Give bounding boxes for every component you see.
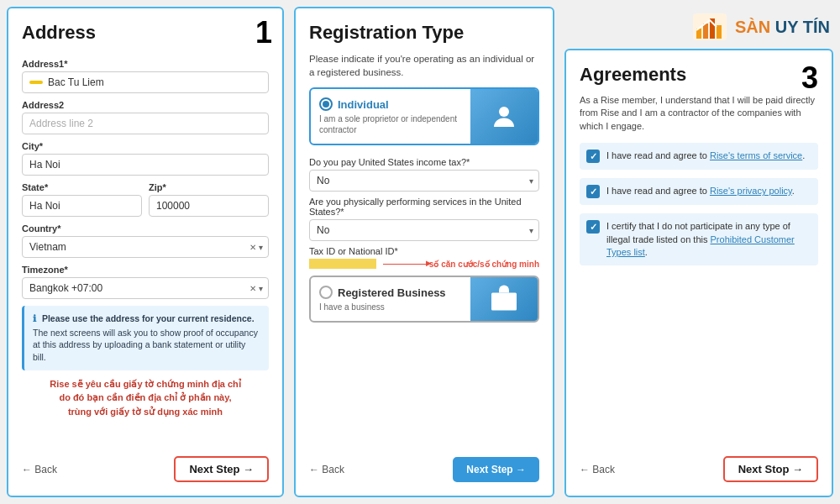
agreement-item-1: I have read and agree to Rise's terms of… bbox=[580, 143, 818, 170]
terms-link[interactable]: Rise's terms of service bbox=[710, 150, 802, 160]
individual-desc: I am a sole proprietor or independent co… bbox=[319, 113, 462, 135]
individual-radio[interactable] bbox=[319, 97, 333, 111]
address2-label: Address2 bbox=[22, 100, 269, 110]
agreement-checkbox-1[interactable] bbox=[586, 150, 600, 163]
country-select-wrapper: Vietnam ✕ ▾ bbox=[22, 236, 269, 258]
address-panel-title: Address bbox=[22, 22, 269, 44]
individual-option-content: Individual I am a sole proprietor or ind… bbox=[311, 89, 470, 144]
logo-icon bbox=[691, 12, 728, 42]
agreements-desc: As a Rise member, I understand that I wi… bbox=[580, 94, 818, 133]
tax-id-arrow-label: số căn cước/số chứng minh bbox=[383, 260, 539, 269]
logo-uy-tin: UY TÍN bbox=[770, 18, 830, 36]
agreement-text-1: I have read and agree to Rise's terms of… bbox=[606, 150, 805, 162]
income-tax-select-wrapper: NoYes ▾ bbox=[309, 170, 539, 192]
physical-services-select-wrapper: NoYes ▾ bbox=[309, 219, 539, 241]
svg-rect-7 bbox=[717, 25, 722, 39]
panel1-nav: ← Back Next Step → bbox=[22, 448, 269, 482]
physical-services-label: Are you physically performing services i… bbox=[309, 197, 539, 217]
info-box-body: The next screens will ask you to show pr… bbox=[33, 327, 260, 364]
tax-id-input[interactable] bbox=[309, 259, 376, 269]
tax-id-label: Tax ID or National ID* bbox=[309, 246, 539, 256]
address2-input[interactable] bbox=[22, 113, 269, 134]
svg-rect-2 bbox=[501, 298, 507, 302]
panel1-next-button[interactable]: Next Step → bbox=[174, 456, 269, 482]
registration-panel: Registration Type Please indicate if you… bbox=[294, 7, 554, 497]
address1-label: Address1* bbox=[22, 59, 269, 69]
address1-field[interactable]: Bac Tu Liem bbox=[22, 71, 269, 93]
agreements-panel-title: Agreements bbox=[580, 64, 818, 86]
state-label: State* bbox=[22, 182, 142, 192]
right-side: SÀN UY TÍN Agreements 3 As a Rise member… bbox=[564, 7, 833, 497]
svg-point-0 bbox=[499, 107, 509, 117]
info-box-title: ℹ Please use the address for your curren… bbox=[33, 312, 260, 325]
address1-value: Bac Tu Liem bbox=[48, 76, 104, 88]
zip-input[interactable] bbox=[149, 195, 269, 217]
address1-badge bbox=[29, 81, 43, 84]
registration-panel-title: Registration Type bbox=[309, 22, 539, 44]
income-tax-label: Do you pay United States income tax?* bbox=[309, 157, 539, 167]
logo-area: SÀN UY TÍN bbox=[564, 7, 833, 49]
panel1-back-button[interactable]: ← Back bbox=[22, 464, 57, 475]
arrow-line bbox=[383, 264, 426, 265]
individual-label: Individual bbox=[319, 97, 462, 111]
info-box: ℹ Please use the address for your curren… bbox=[22, 306, 269, 370]
address-panel: 1 Address Address1* Bac Tu Liem Address2… bbox=[7, 7, 284, 497]
agreement-checkbox-3[interactable] bbox=[586, 220, 600, 234]
agreement-item-3: I certify that I do not participate in a… bbox=[580, 213, 818, 265]
agreements-panel: Agreements 3 As a Rise member, I underst… bbox=[564, 49, 833, 497]
svg-rect-5 bbox=[703, 24, 708, 39]
registered-business-content: Registered Business I have a business bbox=[311, 277, 470, 321]
zip-label: Zip* bbox=[149, 182, 269, 192]
tax-id-arrow-text: số căn cước/số chứng minh bbox=[429, 260, 539, 269]
income-tax-field: Do you pay United States income tax?* No… bbox=[309, 157, 539, 192]
timezone-select[interactable]: Bangkok +07:00 bbox=[22, 277, 269, 299]
tax-id-field: Tax ID or National ID* số căn cước/số ch… bbox=[309, 246, 539, 269]
state-input[interactable] bbox=[22, 195, 142, 217]
individual-option-card[interactable]: Individual I am a sole proprietor or ind… bbox=[309, 87, 539, 145]
panel2-nav: ← Back Next Step → bbox=[309, 449, 539, 482]
registered-business-label: Registered Business bbox=[319, 286, 462, 299]
country-label: Country* bbox=[22, 223, 269, 234]
privacy-link[interactable]: Rise's privacy policy bbox=[710, 186, 792, 196]
agreement-text-2: I have read and agree to Rise's privacy … bbox=[606, 185, 795, 197]
city-label: City* bbox=[22, 141, 269, 151]
section-number-1: 1 bbox=[255, 15, 272, 50]
warning-text: Rise sẽ yêu cầu giấy tờ chứng minh địa c… bbox=[22, 377, 269, 419]
individual-icon bbox=[470, 89, 538, 144]
logo-text: SÀN UY TÍN bbox=[735, 18, 830, 37]
registered-business-radio[interactable] bbox=[319, 286, 333, 299]
tax-id-row: số căn cước/số chứng minh bbox=[309, 259, 539, 269]
panel2-back-button[interactable]: ← Back bbox=[309, 464, 344, 475]
timezone-label: Timezone* bbox=[22, 265, 269, 275]
city-input[interactable] bbox=[22, 154, 269, 176]
panel3-back-button[interactable]: ← Back bbox=[580, 464, 615, 475]
registration-desc: Please indicate if you're operating as a… bbox=[309, 52, 539, 79]
registered-business-desc: I have a business bbox=[319, 302, 462, 312]
registered-business-icon bbox=[470, 277, 538, 321]
logo-san: SÀN bbox=[735, 18, 770, 36]
panel3-nav: ← Back Next Stop → bbox=[580, 448, 818, 482]
income-tax-select[interactable]: NoYes bbox=[309, 170, 539, 192]
registered-business-card[interactable]: Registered Business I have a business bbox=[309, 276, 539, 323]
agreement-item-2: I have read and agree to Rise's privacy … bbox=[580, 178, 818, 205]
timezone-select-wrapper: Bangkok +07:00 ✕ ▾ bbox=[22, 277, 269, 299]
section-number-3: 3 bbox=[801, 60, 818, 96]
physical-services-select[interactable]: NoYes bbox=[309, 219, 539, 241]
agreement-text-3: I certify that I do not participate in a… bbox=[606, 220, 811, 259]
info-icon: ℹ bbox=[33, 313, 36, 323]
panel3-next-button[interactable]: Next Stop → bbox=[723, 456, 818, 482]
agreement-checkbox-2[interactable] bbox=[586, 185, 600, 198]
panel2-next-button[interactable]: Next Step → bbox=[453, 457, 539, 482]
country-select[interactable]: Vietnam bbox=[22, 236, 269, 258]
physical-services-field: Are you physically performing services i… bbox=[309, 197, 539, 241]
